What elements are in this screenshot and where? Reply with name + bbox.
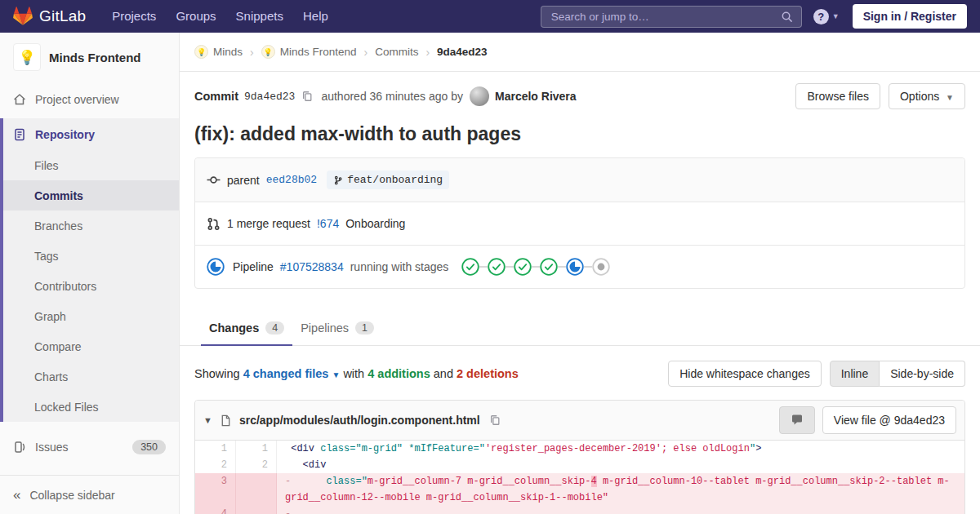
new-line-number[interactable] xyxy=(236,506,277,514)
menu-item-projects[interactable]: Projects xyxy=(102,0,166,33)
branch-icon xyxy=(333,175,343,185)
commit-meta-row: Commit 9da4ed23 authored 36 minutes ago … xyxy=(194,83,965,109)
sidebar-item-graph[interactable]: Graph xyxy=(3,301,179,331)
file-diff-header: ▼ src/app/modules/auth/login.component.h… xyxy=(195,401,964,441)
pipeline-stage-created-icon[interactable] xyxy=(592,258,610,276)
stage-connector xyxy=(532,266,540,268)
side-by-side-view-button[interactable]: Side-by-side xyxy=(880,361,965,387)
file-path[interactable]: src/app/modules/auth/login.component.htm… xyxy=(239,414,480,427)
merge-request-icon xyxy=(207,217,220,231)
pipeline-stage-success-icon[interactable] xyxy=(488,258,506,276)
collapse-icon: « xyxy=(13,488,20,502)
pipeline-id-link[interactable]: #107528834 xyxy=(280,260,344,273)
gitlab-logo[interactable]: GitLab xyxy=(13,7,86,26)
sidebar-item-repository[interactable]: Repository xyxy=(3,118,179,150)
stage-connector xyxy=(584,266,592,268)
copy-sha-button[interactable] xyxy=(295,91,313,102)
parent-sha-link[interactable]: eed28b02 xyxy=(266,174,317,186)
pipeline-stage-success-icon[interactable] xyxy=(514,258,532,276)
options-dropdown-button[interactable]: Options ▼ xyxy=(889,83,965,109)
new-line-number[interactable]: 2 xyxy=(236,457,277,473)
sidebar-item-contributors[interactable]: Contributors xyxy=(3,271,179,301)
sign-in-register-button[interactable]: Sign in / Register xyxy=(853,4,967,29)
sidebar-item-commits[interactable]: Commits xyxy=(3,180,179,210)
old-line-number[interactable]: 4 xyxy=(195,506,236,514)
sidebar-item-files[interactable]: Files xyxy=(3,150,179,180)
breadcrumb-label: Commits xyxy=(375,46,418,58)
authored-text: authored 36 minutes ago by xyxy=(321,90,463,103)
main-menu: Projects Groups Snippets Help xyxy=(102,0,338,33)
inline-view-button[interactable]: Inline xyxy=(830,361,880,387)
new-line-number[interactable] xyxy=(236,473,277,506)
mr-name: Onboarding xyxy=(345,217,405,230)
project-avatar: 💡 xyxy=(13,43,41,71)
pipeline-status-icon[interactable] xyxy=(207,258,225,276)
tab-pipelines[interactable]: Pipelines 1 xyxy=(292,310,382,345)
sidebar-item-branches[interactable]: Branches xyxy=(3,210,179,241)
sidebar-item-locked-files[interactable]: Locked Files xyxy=(3,392,179,422)
pipeline-stage-success-icon[interactable] xyxy=(540,258,558,276)
sidebar-item-tags[interactable]: Tags xyxy=(3,241,179,271)
sidebar-item-charts[interactable]: Charts xyxy=(3,361,179,392)
old-line-number[interactable]: 1 xyxy=(195,441,236,457)
breadcrumb-item-commits[interactable]: Commits xyxy=(375,46,418,58)
parent-row: parent eed28b02 feat/onboarding xyxy=(195,158,964,202)
changed-files-dropdown[interactable]: 4 changed files ▼ xyxy=(243,367,344,380)
tab-changes[interactable]: Changes 4 xyxy=(201,310,292,345)
pipeline-stage-success-icon[interactable] xyxy=(461,258,479,276)
breadcrumb-label: Minds Frontend xyxy=(280,46,357,58)
view-file-button[interactable]: View file @ 9da4ed23 xyxy=(822,406,956,434)
diff-view-toggle: Inline Side-by-side xyxy=(830,361,965,387)
branch-badge[interactable]: feat/onboarding xyxy=(327,171,449,189)
sidebar-item-compare[interactable]: Compare xyxy=(3,331,179,361)
diff-summary-bar: Showing 4 changed files ▼ with 4 additio… xyxy=(194,361,965,387)
repository-section: Repository FilesCommitsBranchesTagsContr… xyxy=(0,118,179,422)
old-line-number[interactable]: 3 xyxy=(195,473,236,506)
author-name[interactable]: Marcelo Rivera xyxy=(495,90,577,103)
browse-files-button[interactable]: Browse files xyxy=(795,83,880,109)
collapse-file-caret-icon[interactable]: ▼ xyxy=(203,415,212,425)
toggle-comments-button[interactable] xyxy=(779,406,815,434)
repository-icon xyxy=(13,128,26,141)
pipeline-status-text: running with stages xyxy=(350,260,449,273)
breadcrumb-item-minds-frontend[interactable]: 💡 Minds Frontend xyxy=(261,45,357,59)
menu-item-snippets[interactable]: Snippets xyxy=(226,0,293,33)
changes-count-badge: 4 xyxy=(265,321,284,335)
sidebar-item-issues[interactable]: Issues 350 xyxy=(0,431,179,463)
branch-name: feat/onboarding xyxy=(347,174,443,186)
pipeline-row: Pipeline #107528834 running with stages xyxy=(195,245,964,288)
merge-request-row: 1 merge request !674 Onboarding xyxy=(195,202,964,245)
chevron-down-icon: ▼ xyxy=(332,370,340,379)
commit-tabs: Changes 4 Pipelines 1 xyxy=(180,310,980,346)
commit-sha: 9da4ed23 xyxy=(244,91,295,103)
menu-item-help[interactable]: Help xyxy=(293,0,338,33)
issues-icon xyxy=(13,441,26,454)
with-text: with xyxy=(343,367,364,380)
breadcrumb-item-sha: 9da4ed23 xyxy=(437,46,488,58)
commit-title: (fix): added max-width to auth pages xyxy=(194,123,965,145)
hide-whitespace-button[interactable]: Hide whitespace changes xyxy=(668,361,822,387)
pipeline-stage-running-icon[interactable] xyxy=(566,258,584,276)
breadcrumb-label: Minds xyxy=(213,46,243,58)
code-line: <div class="m-grid" *mIfFeature="'regist… xyxy=(277,441,964,457)
issues-count-badge: 350 xyxy=(132,440,166,454)
project-context-header[interactable]: 💡 Minds Frontend xyxy=(0,33,179,83)
pipeline-label: Pipeline xyxy=(233,260,274,273)
showing-text: Showing xyxy=(194,367,240,380)
new-line-number[interactable]: 1 xyxy=(236,441,277,457)
changed-files-label: 4 changed files xyxy=(243,367,329,380)
diff-table: 11 <div class="m-grid" *mIfFeature="'reg… xyxy=(195,441,964,514)
menu-item-groups[interactable]: Groups xyxy=(166,0,225,33)
mr-link[interactable]: !674 xyxy=(317,217,339,230)
deletions-count: 2 deletions xyxy=(457,367,519,380)
old-line-number[interactable]: 2 xyxy=(195,457,236,473)
global-search[interactable] xyxy=(541,6,802,28)
help-dropdown[interactable]: ? ▼ xyxy=(813,9,840,24)
collapse-sidebar-button[interactable]: « Collapse sidebar xyxy=(0,475,179,514)
breadcrumb-item-minds[interactable]: 💡 Minds xyxy=(194,45,243,59)
search-input[interactable] xyxy=(550,10,781,24)
sidebar-item-project-overview[interactable]: Project overview xyxy=(0,83,179,115)
code-line: - class="m-grid__column-7 m-grid__column… xyxy=(277,473,964,506)
copy-file-path-button[interactable] xyxy=(488,414,501,426)
diff-row: 22 <div xyxy=(195,457,964,473)
